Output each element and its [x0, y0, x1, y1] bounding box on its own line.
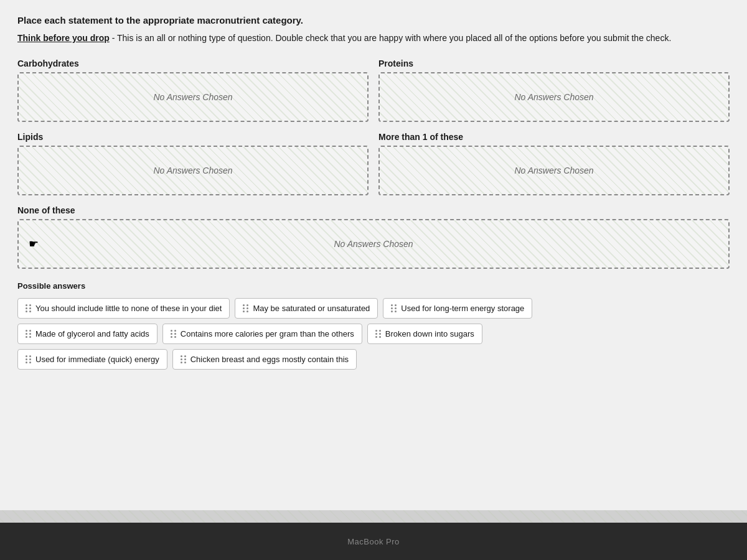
answers-row-1: You should include little to none of the… [17, 298, 730, 319]
category-label-carbohydrates: Carbohydrates [17, 58, 369, 68]
drag-dots-8 [181, 355, 187, 363]
chip-text-1: You should include little to none of the… [35, 304, 222, 313]
drop-zone-carbohydrates-text: No Answers Chosen [153, 92, 232, 102]
instruction-body: - This is an all or nothing type of ques… [110, 33, 672, 43]
answers-row-3: Used for immediate (quick) energy Chicke… [17, 349, 730, 370]
chip-contains-more-calories[interactable]: Contains more calories per gram than the… [162, 324, 362, 344]
chip-text-6: Broken down into sugars [385, 329, 474, 338]
macbook-bar: MacBook Pro [0, 523, 747, 560]
drag-dots-2 [243, 304, 249, 312]
drop-zone-proteins-text: No Answers Chosen [514, 92, 593, 102]
chip-chicken-breast[interactable]: Chicken breast and eggs mostly contain t… [172, 349, 357, 370]
chip-may-be-saturated[interactable]: May be saturated or unsaturated [235, 298, 378, 319]
drop-zone-none[interactable]: ☛ No Answers Chosen [17, 219, 730, 269]
none-section-label: None of these [17, 205, 730, 215]
chip-used-for-immediate[interactable]: Used for immediate (quick) energy [17, 349, 167, 370]
instruction-strong: Think before you drop [17, 33, 110, 43]
answers-row-2: Made of glycerol and fatty acids Contain… [17, 324, 730, 344]
category-label-more-than-1: More than 1 of these [378, 132, 730, 142]
category-proteins: Proteins No Answers Chosen [378, 58, 730, 122]
drag-dots-6 [375, 330, 382, 338]
macbook-label: MacBook Pro [347, 537, 400, 546]
drop-zone-more-than-1[interactable]: No Answers Chosen [378, 146, 730, 195]
chip-text-3: Used for long-term energy storage [401, 304, 524, 313]
possible-answers-label: Possible answers [17, 281, 730, 291]
drop-zone-more-than-1-text: No Answers Chosen [514, 166, 593, 175]
chip-text-7: Used for immediate (quick) energy [35, 355, 159, 364]
instruction: Think before you drop - This is an all o… [17, 32, 730, 45]
cursor-icon: ☛ [29, 237, 39, 251]
main-content: Place each statement to the appropriate … [0, 0, 747, 510]
possible-answers-section: Possible answers You should include litt… [17, 281, 730, 370]
drop-zone-none-text: No Answers Chosen [334, 239, 413, 249]
drag-dots-1 [26, 304, 32, 312]
drag-dots-5 [171, 330, 177, 338]
category-more-than-1: More than 1 of these No Answers Chosen [378, 132, 730, 195]
chip-broken-down-into-sugars[interactable]: Broken down into sugars [367, 324, 482, 344]
drag-dots-3 [391, 304, 397, 312]
chip-text-8: Chicken breast and eggs mostly contain t… [190, 355, 349, 364]
category-label-lipids: Lipids [17, 132, 369, 142]
category-lipids: Lipids No Answers Chosen [17, 132, 369, 195]
drop-zone-lipids[interactable]: No Answers Chosen [17, 146, 369, 195]
category-carbohydrates: Carbohydrates No Answers Chosen [17, 58, 369, 122]
chip-you-should-include[interactable]: You should include little to none of the… [17, 298, 230, 319]
chip-text-4: Made of glycerol and fatty acids [35, 329, 149, 338]
drop-zone-carbohydrates[interactable]: No Answers Chosen [17, 72, 369, 122]
category-label-proteins: Proteins [378, 58, 730, 68]
screen: Re Place each statement to the appropria… [0, 0, 747, 560]
categories-grid: Carbohydrates No Answers Chosen Proteins… [17, 58, 730, 195]
drag-dots-4 [26, 330, 32, 338]
answers-grid: You should include little to none of the… [17, 298, 730, 370]
drag-dots-7 [26, 355, 32, 363]
drop-zone-lipids-text: No Answers Chosen [153, 166, 232, 175]
chip-text-5: Contains more calories per gram than the… [181, 329, 354, 338]
page-title: Place each statement to the appropriate … [17, 15, 730, 26]
chip-made-of-glycerol[interactable]: Made of glycerol and fatty acids [17, 324, 157, 344]
drop-zone-proteins[interactable]: No Answers Chosen [378, 72, 730, 122]
none-section: None of these ☛ No Answers Chosen [17, 205, 730, 269]
chip-text-2: May be saturated or unsaturated [253, 304, 370, 313]
chip-used-for-long-term[interactable]: Used for long-term energy storage [383, 298, 532, 319]
